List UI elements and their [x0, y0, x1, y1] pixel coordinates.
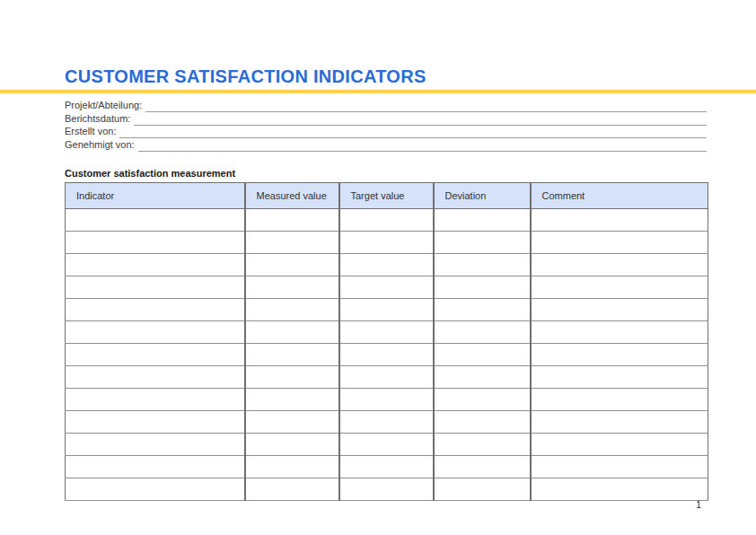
table-cell	[434, 434, 531, 456]
page-number: 1	[65, 499, 708, 510]
field-label: Berichtsdatum:	[65, 113, 134, 127]
table-row	[66, 321, 708, 344]
table-row	[66, 276, 708, 299]
table-cell	[339, 478, 434, 501]
field-projekt-abteilung: Projekt/Abteilung:	[65, 100, 707, 113]
table-cell	[245, 344, 339, 366]
field-underline	[145, 100, 707, 112]
table-cell	[434, 344, 531, 366]
table-cell	[434, 321, 531, 344]
table-row	[66, 299, 708, 321]
table-cell	[66, 299, 245, 321]
table-cell	[245, 366, 339, 389]
table-cell	[434, 389, 531, 411]
table-cell	[66, 389, 245, 411]
table-cell	[531, 434, 708, 456]
table-cell	[339, 389, 434, 411]
column-header-comment: Comment	[531, 183, 708, 209]
table-cell	[245, 434, 339, 456]
table-cell	[245, 456, 339, 478]
table-cell	[339, 366, 434, 389]
table-cell	[434, 456, 531, 478]
table-cell	[531, 232, 708, 254]
table-cell	[434, 232, 531, 254]
table-cell	[245, 299, 339, 321]
table-cell	[434, 209, 531, 232]
table-cell	[339, 411, 434, 434]
table-row	[66, 232, 708, 254]
table-cell	[245, 478, 339, 501]
table-cell	[66, 434, 245, 456]
column-header-target-value: Target value	[339, 183, 434, 209]
column-header-measured-value: Measured value	[245, 183, 339, 209]
table-cell	[434, 254, 531, 276]
table-cell	[339, 276, 434, 299]
measurement-table-container: Indicator Measured value Target value De…	[65, 182, 708, 501]
table-body	[66, 209, 708, 501]
column-header-indicator: Indicator	[66, 183, 245, 209]
table-cell	[339, 254, 434, 276]
table-row	[66, 389, 708, 411]
table-row	[66, 411, 708, 434]
table-header-row: Indicator Measured value Target value De…	[66, 183, 708, 209]
table-row	[66, 344, 708, 366]
table-row	[66, 209, 708, 232]
field-genehmigt-von: Genehmigt von:	[65, 139, 707, 153]
field-label: Projekt/Abteilung:	[65, 100, 145, 113]
table-cell	[531, 389, 708, 411]
table-cell	[245, 321, 339, 344]
table-row	[66, 434, 708, 456]
table-cell	[339, 321, 434, 344]
table-cell	[531, 366, 708, 389]
field-underline	[119, 126, 707, 138]
table-cell	[245, 254, 339, 276]
table-cell	[66, 321, 245, 344]
table-cell	[66, 232, 245, 254]
table-cell	[66, 344, 245, 366]
table-row	[66, 456, 708, 478]
table-cell	[434, 411, 531, 434]
table-cell	[66, 366, 245, 389]
table-row	[66, 254, 708, 276]
document-header-fields: Projekt/Abteilung: Berichtsdatum: Erstel…	[65, 100, 707, 152]
table-cell	[339, 232, 434, 254]
table-cell	[531, 299, 708, 321]
table-cell	[339, 434, 434, 456]
field-erstellt-von: Erstellt von:	[65, 126, 707, 139]
table-cell	[434, 276, 531, 299]
table-row	[66, 478, 708, 501]
table-cell	[531, 456, 708, 478]
table-cell	[531, 209, 708, 232]
table-cell	[66, 209, 245, 232]
field-berichtsdatum: Berichtsdatum:	[65, 113, 707, 127]
table-cell	[66, 411, 245, 434]
table-cell	[66, 456, 245, 478]
table-cell	[245, 232, 339, 254]
field-label: Genehmigt von:	[65, 139, 138, 153]
table-cell	[66, 254, 245, 276]
table-cell	[531, 321, 708, 344]
field-label: Erstellt von:	[65, 126, 119, 139]
accent-divider-rule	[0, 90, 756, 93]
table-cell	[531, 344, 708, 366]
table-cell	[339, 299, 434, 321]
table-cell	[245, 276, 339, 299]
table-cell	[245, 411, 339, 434]
table-cell	[434, 366, 531, 389]
table-cell	[531, 411, 708, 434]
table-cell	[531, 254, 708, 276]
field-underline	[138, 139, 707, 152]
table-cell	[245, 389, 339, 411]
field-underline	[134, 113, 707, 126]
table-cell	[339, 209, 434, 232]
table-cell	[434, 299, 531, 321]
table-cell	[434, 478, 531, 501]
table-cell	[339, 344, 434, 366]
table-cell	[531, 276, 708, 299]
table-cell	[66, 276, 245, 299]
column-header-deviation: Deviation	[434, 183, 531, 209]
table-cell	[245, 209, 339, 232]
table-cell	[531, 478, 708, 501]
section-title: Customer satisfaction measurement	[65, 168, 235, 179]
table-cell	[66, 478, 245, 501]
